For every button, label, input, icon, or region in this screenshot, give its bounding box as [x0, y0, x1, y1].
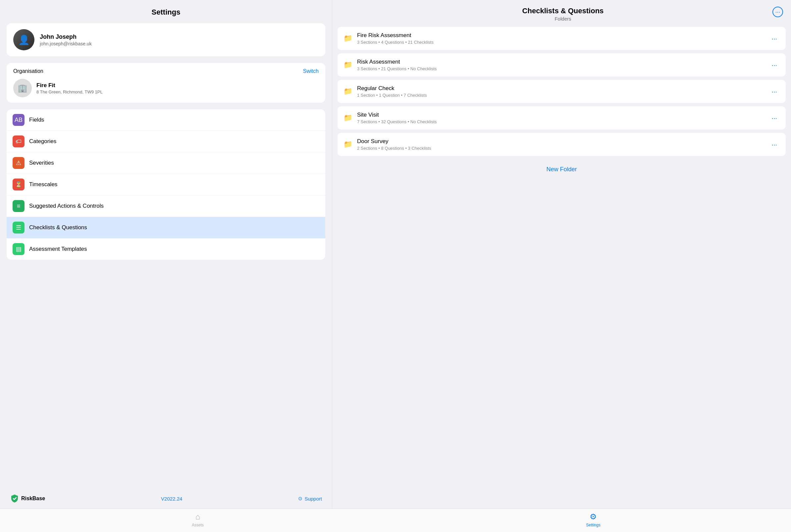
new-folder-button[interactable]: New Folder [337, 159, 786, 179]
severities-icon: ⚠ [13, 157, 24, 169]
timescales-icon: ⏳ [13, 178, 24, 190]
assessment-templates-icon: ▤ [13, 243, 24, 255]
folder-meta: 7 Sections • 32 Questions • No Checklist… [357, 119, 764, 124]
folder-name: Site Visit [357, 112, 764, 118]
settings-tab-icon: ⚙ [590, 512, 597, 521]
assets-tab-icon: ⌂ [195, 512, 200, 521]
more-options-button[interactable]: ··· [772, 7, 783, 17]
categories-icon: 🏷 [13, 135, 24, 147]
right-title: Checklists & Questions [353, 7, 772, 15]
avatar: 👤 [13, 29, 35, 50]
folder-icon: 📁 [344, 140, 352, 149]
categories-label: Categories [29, 138, 56, 145]
folder-meta: 1 Section • 1 Question • 7 Checklists [357, 93, 764, 98]
tab-bar: ⌂ Assets ⚙ Settings [0, 509, 791, 532]
sidebar-item-timescales[interactable]: ⏳ Timescales [7, 174, 325, 195]
suggested-actions-icon: ≡ [13, 200, 24, 212]
severities-label: Severities [29, 160, 54, 166]
sidebar-item-severities[interactable]: ⚠ Severities [7, 152, 325, 174]
folders-list: 📁 Fire Risk Assessment 3 Sections • 4 Qu… [332, 27, 791, 509]
folder-icon: 📁 [344, 87, 352, 96]
folder-more-button[interactable]: ··· [769, 60, 780, 70]
riskbase-logo-icon [10, 494, 19, 503]
sidebar-item-categories[interactable]: 🏷 Categories [7, 131, 325, 152]
suggested-actions-label: Suggested Actions & Controls [29, 203, 104, 209]
sidebar-item-suggested-actions[interactable]: ≡ Suggested Actions & Controls [7, 195, 325, 217]
checklists-icon: ☰ [13, 222, 24, 233]
folder-icon: 📁 [344, 61, 352, 69]
folder-more-button[interactable]: ··· [769, 34, 780, 44]
assessment-templates-label: Assessment Templates [29, 246, 87, 252]
fields-icon: AB [13, 114, 24, 126]
folder-item-regular-check[interactable]: 📁 Regular Check 1 Section • 1 Question •… [337, 80, 786, 103]
folder-name: Door Survey [357, 138, 764, 145]
checklists-label: Checklists & Questions [29, 224, 87, 231]
switch-button[interactable]: Switch [303, 68, 319, 74]
folder-more-button[interactable]: ··· [769, 139, 780, 150]
support-link[interactable]: ⊙ Support [298, 496, 322, 501]
folder-icon: 📁 [344, 34, 352, 43]
folder-item-risk-assessment[interactable]: 📁 Risk Assessment 3 Sections • 21 Questi… [337, 53, 786, 77]
org-address: 8 The Green, Richmond, TW9 1PL [36, 90, 103, 94]
right-subtitle: Folders [353, 16, 772, 21]
folder-item-fire-risk-assessment[interactable]: 📁 Fire Risk Assessment 3 Sections • 4 Qu… [337, 27, 786, 50]
folder-meta: 3 Sections • 4 Questions • 21 Checklists [357, 40, 764, 45]
user-info: John Joseph john.joseph@riskbase.uk [40, 34, 92, 46]
sidebar-item-assessment-templates[interactable]: ▤ Assessment Templates [7, 239, 325, 260]
settings-title: Settings [7, 8, 325, 17]
org-section: Organisation Switch 🏢 Fire Fit 8 The Gre… [7, 63, 325, 103]
settings-tab-label: Settings [586, 523, 600, 527]
sidebar-item-fields[interactable]: AB Fields [7, 109, 325, 131]
org-icon: 🏢 [13, 79, 32, 97]
tab-settings[interactable]: ⚙ Settings [396, 512, 791, 527]
menu-list: AB Fields 🏷 Categories ⚠ Severities ⏳ Ti… [7, 109, 325, 260]
folder-name: Risk Assessment [357, 59, 764, 65]
folder-name: Fire Risk Assessment [357, 32, 764, 39]
sidebar-item-checklists[interactable]: ☰ Checklists & Questions [7, 217, 325, 239]
riskbase-logo: RiskBase [10, 494, 45, 503]
tab-assets[interactable]: ⌂ Assets [0, 512, 396, 527]
user-name: John Joseph [40, 34, 92, 40]
org-label: Organisation [13, 68, 43, 74]
version-link[interactable]: V2022.24 [161, 496, 182, 501]
folder-name: Regular Check [357, 85, 764, 92]
left-panel: Settings 👤 John Joseph john.joseph@riskb… [0, 0, 332, 509]
timescales-label: Timescales [29, 181, 57, 188]
fields-label: Fields [29, 117, 44, 123]
folder-item-site-visit[interactable]: 📁 Site Visit 7 Sections • 32 Questions •… [337, 106, 786, 130]
support-icon: ⊙ [298, 496, 303, 501]
assets-tab-label: Assets [192, 523, 204, 527]
folder-meta: 2 Sections • 8 Questions • 3 Checklists [357, 146, 764, 151]
org-name: Fire Fit [36, 82, 103, 89]
user-card: 👤 John Joseph john.joseph@riskbase.uk [7, 23, 325, 56]
folder-item-door-survey[interactable]: 📁 Door Survey 2 Sections • 8 Questions •… [337, 133, 786, 156]
folder-more-button[interactable]: ··· [769, 87, 780, 97]
right-header: Checklists & Questions Folders ··· [332, 0, 791, 27]
folder-meta: 3 Sections • 21 Questions • No Checklist… [357, 66, 764, 71]
user-email: john.joseph@riskbase.uk [40, 41, 92, 46]
left-footer: RiskBase V2022.24 ⊙ Support [7, 489, 325, 509]
right-panel: Checklists & Questions Folders ··· 📁 Fir… [332, 0, 791, 509]
folder-icon: 📁 [344, 114, 352, 122]
folder-more-button[interactable]: ··· [769, 113, 780, 123]
